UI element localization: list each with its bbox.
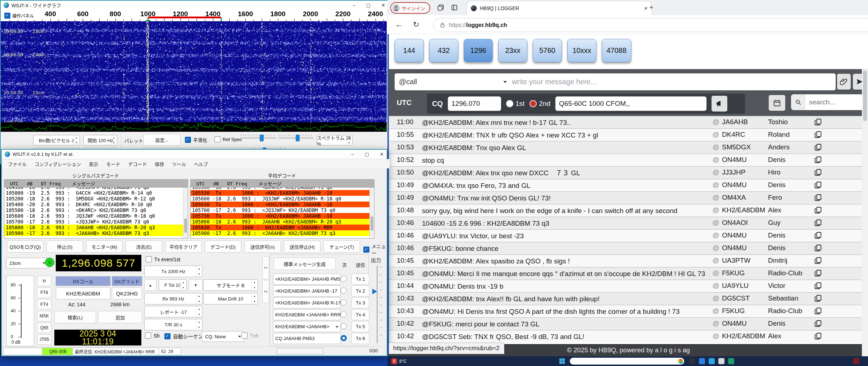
tx-next-radio[interactable] (341, 323, 347, 329)
decode-row[interactable]: 105500 -18 2.6 993 : <DK4RC> KH2/EA8DBM … (191, 187, 374, 190)
maximize-icon[interactable] (365, 152, 369, 157)
decode-row[interactable]: 105800 -18 2.6 993 : JA6AHB <KH2/EA8DBM>… (4, 225, 188, 230)
chat-callsign[interactable]: ON4AOI (722, 217, 768, 227)
tx-message-field[interactable]: KH2/EA8DBM <JA6AHB> RRR (273, 309, 341, 320)
back-icon[interactable] (395, 20, 403, 29)
copy-icon[interactable] (814, 257, 822, 265)
copy-icon[interactable] (814, 206, 822, 214)
cq-combo[interactable]: CQ: None (202, 331, 244, 342)
copy-icon[interactable] (814, 332, 822, 340)
copy-button[interactable] (814, 318, 828, 329)
copy-button[interactable] (814, 293, 828, 304)
decode-row[interactable]: 105900 -17 2.6 993 : <JA6AHB> KH2/EA8DBM… (191, 230, 374, 236)
decode-row[interactable]: 105530 Tx 1000 : <KH2/EA8DBM> JA6AHB -18 (191, 190, 374, 196)
copy-icon[interactable] (814, 131, 822, 139)
mode-button-h[interactable]: H (37, 276, 51, 286)
copy-button[interactable] (814, 305, 828, 317)
decode-row[interactable]: 105000 -19 2.5 993 : G4CCH <KH2/EA8DBM> … (4, 190, 188, 196)
copy-icon[interactable] (814, 294, 822, 302)
tx-message-field[interactable]: <KH2/EA8DBM> JA6AHB -17 (273, 285, 341, 297)
chat-callsign[interactable]: JA6AHB (722, 116, 768, 126)
page-scrollbar[interactable] (862, 68, 868, 356)
decode-row[interactable]: 105700 -17 2.6 993 : <JQ3JWF> KH2/EA8DBM… (4, 219, 188, 225)
copy-icon[interactable] (814, 168, 822, 176)
minimize-icon[interactable] (353, 3, 355, 8)
menu-item[interactable]: 保存 (151, 159, 167, 168)
band-button-144[interactable]: 144 (395, 39, 424, 62)
menu-item[interactable]: デコード (125, 159, 150, 168)
tx-next-radio[interactable] (341, 288, 347, 294)
action-button[interactable]: 停止(S) (46, 240, 83, 253)
taskbar-app-icon[interactable] (853, 358, 859, 364)
mode-button-q65[interactable]: Q65 (37, 322, 51, 333)
copy-button[interactable] (814, 204, 828, 216)
copy-button[interactable] (814, 217, 828, 229)
copy-button[interactable] (814, 280, 828, 292)
tx-even-toggle[interactable]: Tx even/1st (146, 256, 180, 262)
ref-spec-toggle[interactable]: Ref Spec (214, 136, 242, 143)
band-button-47088[interactable]: 47088 (602, 39, 631, 62)
ftol-spinner[interactable]: F Tol 10 (159, 279, 187, 291)
decode-row[interactable]: 105500 -18 2.6 993 : <DK4RC> KH2/EA8DBM … (4, 207, 188, 213)
copy-button[interactable] (814, 267, 828, 279)
chat-callsign[interactable]: F5KUG (722, 305, 768, 315)
tx-next-radio[interactable] (341, 311, 347, 317)
vertical-tabs-icon[interactable] (451, 4, 458, 11)
action-button[interactable]: 送信停止(H) (284, 240, 321, 253)
calendar-button[interactable] (769, 95, 785, 111)
action-button[interactable]: チューン(T) (323, 240, 360, 253)
copy-icon[interactable] (814, 282, 822, 290)
decode-row[interactable]: 105900 -17 2.6 993 : <JA6AHB> KH2/EA8DBM… (4, 230, 188, 236)
bins-per-pixel-spinner[interactable]: Bin数/ピクセル 3 (33, 135, 80, 145)
chat-callsign[interactable]: DG5CST (722, 293, 768, 302)
tab-2[interactable]: 2 (262, 280, 269, 303)
chat-callsign[interactable]: OM4XA (722, 192, 768, 202)
decode-row[interactable]: 105700 -17 2.6 993 : <JQ3JWF> KH2/EA8DBM… (191, 207, 374, 213)
tx-send-button[interactable]: Tx 2 (351, 285, 369, 297)
copy-icon[interactable] (814, 307, 822, 315)
browser-tab[interactable]: HB9Q | LOGGER (467, 1, 651, 15)
tab-1[interactable]: 1 (262, 256, 269, 279)
taskbar-app-icon[interactable] (689, 358, 695, 364)
sync-status-light[interactable]: S (45, 258, 54, 267)
copy-icon[interactable] (814, 118, 822, 126)
mode-button-ft4[interactable]: FT4 (37, 299, 51, 309)
copy-button[interactable] (814, 230, 828, 241)
output-slider-track[interactable] (377, 266, 378, 343)
taskbar-app-icon[interactable] (718, 358, 724, 364)
copy-button[interactable] (814, 116, 828, 128)
menu-item[interactable]: 表示 (86, 159, 101, 168)
copy-icon[interactable] (814, 320, 822, 327)
action-button[interactable]: QSOをログ(Q) (7, 240, 44, 253)
copy-button[interactable] (814, 129, 828, 140)
chat-callsign[interactable]: KH2/EA8DBM (722, 330, 768, 340)
new-tab-icon[interactable] (649, 4, 653, 12)
max-drift-spinner[interactable]: Max Drift 10 (203, 293, 258, 304)
menu-item[interactable]: モード (103, 159, 123, 168)
decode-row[interactable]: 105800 -18 2.6 993 : JA6AHB <KH2/EA8DBM>… (191, 219, 374, 225)
zero-slider[interactable] (278, 134, 314, 139)
chat-callsign[interactable]: F5KUG (722, 267, 768, 277)
output-slider-handle[interactable] (372, 289, 377, 294)
copy-icon[interactable] (814, 143, 822, 151)
chat-callsign[interactable]: SM5DGX (722, 141, 768, 151)
lookup-button[interactable]: 検索(L) (54, 311, 96, 323)
tx-message-field[interactable]: CQ JA6AHB PM53 (273, 333, 341, 344)
dx-call-field[interactable]: KH2/EA8DBM (56, 287, 110, 299)
close-icon[interactable] (381, 3, 385, 8)
add-button[interactable]: 追加 (98, 311, 142, 323)
first-radio[interactable] (506, 100, 513, 107)
sh-toggle[interactable]: Sh (145, 333, 160, 339)
workspaces-icon[interactable] (437, 4, 444, 11)
attach-button[interactable] (837, 74, 851, 90)
copy-button[interactable] (814, 179, 828, 191)
start-button[interactable] (559, 358, 565, 364)
decode-row[interactable]: 105600 -18 2.6 993 : JQ3JWF <KH2/EA8DBM>… (191, 196, 374, 202)
sign-in-button[interactable]: サインイン (390, 2, 430, 14)
copy-icon[interactable] (814, 231, 822, 239)
close-icon[interactable] (380, 152, 384, 157)
chat-callsign[interactable]: KH2/EA8DBM (722, 204, 768, 214)
band-combo[interactable]: 23cm (6, 258, 49, 268)
band-button-23xx[interactable]: 23xx (498, 39, 527, 62)
controls-panel-toggle[interactable]: 操作パネル (2, 11, 36, 20)
